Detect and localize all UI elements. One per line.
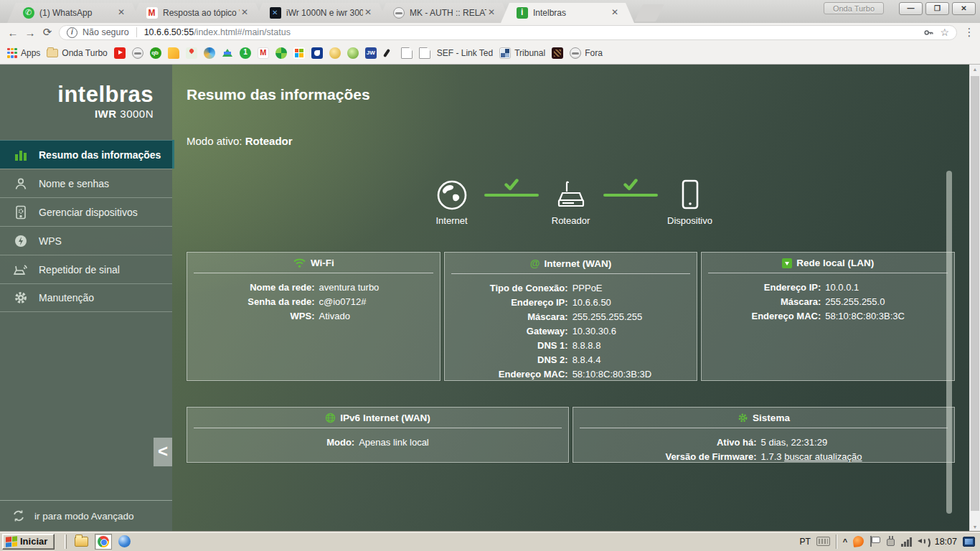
volume-icon[interactable] (918, 536, 929, 547)
avast-icon[interactable] (852, 535, 864, 547)
url-path: /index.html#/main/status (194, 27, 291, 37)
tab-gmail-topic[interactable]: Resposta ao tópico 'iWr 10 ✕ (131, 3, 264, 23)
tab-close-icon[interactable]: ✕ (116, 8, 126, 18)
keyboard-icon[interactable] (816, 537, 830, 546)
blue-sphere-icon[interactable] (118, 535, 131, 547)
close-button[interactable]: ✕ (952, 2, 976, 15)
field-label: DNS 1: (490, 338, 570, 352)
face-icon (570, 47, 581, 59)
key-icon[interactable] (923, 27, 934, 38)
card-system: Sistema Ativo há:5 dias, 22:31:29 Versão… (573, 407, 955, 463)
sidebar-item-resumo[interactable]: Resumo das informações (0, 140, 172, 169)
grip-handle[interactable] (65, 534, 67, 549)
bookmark-note-icon[interactable] (168, 47, 179, 59)
bookmark-microsoft-icon[interactable] (293, 47, 305, 59)
repeater-icon (11, 260, 30, 279)
forward-button[interactable]: → (22, 27, 39, 39)
bookmark-youtube-icon[interactable] (114, 47, 126, 59)
field-label: Máscara: (490, 309, 570, 324)
apps-shortcut[interactable]: Apps (7, 48, 40, 58)
bookmark-tribunal[interactable]: Tribunal (499, 47, 545, 59)
start-button[interactable]: Iniciar (2, 534, 55, 550)
safely-remove-icon[interactable] (885, 536, 895, 547)
hidden-icons-chevron[interactable]: ^ (843, 537, 847, 546)
apps-label: Apps (21, 48, 40, 58)
network-signal-icon[interactable] (901, 537, 912, 547)
reload-button[interactable]: ⟳ (39, 26, 56, 39)
bookmark-one-badge-icon[interactable] (240, 47, 251, 59)
minimize-button[interactable]: — (899, 2, 923, 15)
at-icon: @ (530, 258, 540, 269)
bookmark-dark-icon[interactable] (552, 47, 563, 59)
bookmark-folder[interactable]: Onda Turbo (47, 48, 107, 58)
field-label: Tipo de Conexão: (490, 281, 570, 295)
tab-forum[interactable]: iWr 1000N e iwr 3000N am ✕ (254, 3, 387, 23)
bookmark-sef[interactable]: SEF - Link Ted (437, 48, 493, 58)
link-line (484, 194, 539, 197)
bookmark-jw-icon[interactable] (365, 47, 377, 59)
chrome-icon (98, 536, 109, 547)
bookmark-gmail-icon[interactable] (258, 47, 269, 59)
tab-intelbras[interactable]: Intelbras ✕ (501, 3, 634, 23)
bookmark-qb-icon[interactable] (150, 47, 161, 59)
tab-title: MK - AUTH :: RELATORIOS (410, 8, 486, 18)
scroll-up-icon[interactable]: ▲ (970, 65, 980, 75)
profile-button[interactable]: Onda Turbo (824, 2, 884, 14)
chrome-menu-icon[interactable]: ⋮ (963, 26, 976, 39)
sidebar-item-dispositivos[interactable]: Gerenciar dispositivos (0, 197, 172, 226)
clock[interactable]: 18:07 (935, 537, 957, 547)
file-manager-icon[interactable] (75, 537, 88, 547)
tab-close-icon[interactable]: ✕ (363, 8, 373, 18)
bookmark-maps-icon[interactable] (186, 47, 197, 59)
sidebar-item-label: Resumo das informações (39, 149, 161, 161)
field-value: 10.0.0.1 (823, 280, 905, 294)
update-firmware-link[interactable]: buscar atualização (784, 451, 862, 462)
monitor-icon[interactable] (963, 537, 975, 547)
page-scrollbar-thumb[interactable] (946, 171, 952, 514)
sidebar-item-senhas[interactable]: Nome e senhas (0, 169, 172, 197)
intelbras-logo: intelbras IWR 3000N (0, 65, 172, 120)
bookmark-page-icon[interactable] (401, 47, 413, 59)
address-bar[interactable]: i Não seguro 10.6.6.50:55 /index.html#/m… (59, 25, 957, 40)
bookmark-tv-icon[interactable] (311, 47, 323, 59)
sidebar-item-wps[interactable]: WPS (0, 226, 172, 255)
info-icon[interactable]: i (67, 27, 77, 38)
bookmark-fora[interactable]: Fora (570, 47, 603, 59)
field-value: 10.30.30.6 (570, 324, 652, 338)
flag-icon[interactable] (870, 536, 880, 547)
tab-close-icon[interactable]: ✕ (486, 8, 496, 18)
chrome-taskbar-button[interactable] (95, 534, 112, 550)
sidebar-item-repetidor[interactable]: Repetidor de sinal (0, 255, 172, 283)
bookmark-coin-green-icon[interactable] (347, 47, 359, 59)
bookmark-swirl-icon[interactable] (204, 47, 215, 59)
bookmark-drive-icon[interactable] (222, 47, 233, 59)
tab-close-icon[interactable]: ✕ (240, 8, 250, 18)
field-value: Ativado (317, 309, 380, 323)
tab-whatsapp[interactable]: (1) WhatsApp ✕ (7, 3, 141, 23)
bookmark-brush-icon[interactable] (383, 47, 395, 59)
sidebar-item-manutencao[interactable]: Manutenção (0, 283, 172, 312)
bookmark-star-icon[interactable]: ☆ (940, 27, 949, 38)
bookmark-coin-gold-icon[interactable] (329, 47, 341, 59)
back-button[interactable]: ← (4, 27, 22, 39)
browser-scrollbar-thumb[interactable] (971, 76, 979, 511)
router-page: intelbras IWR 3000N Resumo das informaçõ… (0, 65, 980, 531)
browser-scrollbar[interactable]: ▲ ▼ (969, 65, 980, 531)
bookmarks-bar: Apps Onda Turbo SEF - Link Ted Tribunal (0, 42, 980, 65)
restore-button[interactable]: ❐ (925, 2, 949, 15)
advanced-mode-button[interactable]: ir para modo Avançado (0, 500, 172, 531)
bookmark-face-icon[interactable] (132, 47, 143, 59)
bookmark-page-icon[interactable] (419, 47, 430, 59)
sidebar-collapse-button[interactable]: < (154, 438, 172, 466)
field-value: 10.6.6.50 (570, 295, 652, 309)
new-tab-button[interactable] (634, 4, 664, 22)
tab-mkauth[interactable]: MK - AUTH :: RELATORIOS ✕ (377, 3, 511, 23)
bookmark-pinwheel-icon[interactable] (275, 47, 287, 59)
field-label: Versão de Firmware: (665, 449, 758, 463)
tab-close-icon[interactable]: ✕ (610, 8, 620, 18)
language-indicator[interactable]: PT (799, 537, 810, 547)
scroll-down-icon[interactable]: ▼ (970, 524, 980, 529)
field-label: Ativo há: (665, 435, 758, 449)
firmware-version: 1.7.3 (761, 451, 782, 462)
field-label: Endereço MAC: (751, 309, 823, 323)
